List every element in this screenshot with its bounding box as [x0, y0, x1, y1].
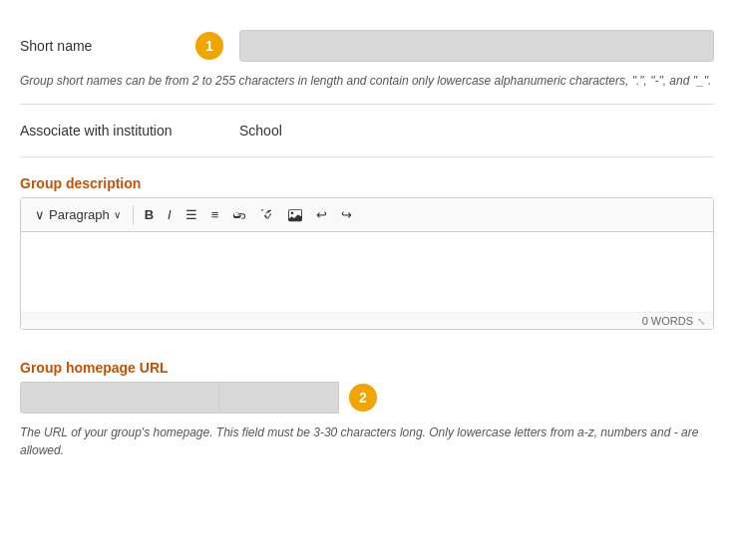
chevron-icon: ∨: [35, 207, 45, 222]
toolbar-format-select[interactable]: ∨ Paragraph ∨: [29, 205, 127, 224]
short-name-hint: Group short names can be from 2 to 255 c…: [20, 68, 714, 100]
institution-row: Associate with institution School: [20, 109, 714, 152]
paragraph-label: Paragraph: [49, 207, 110, 222]
italic-button[interactable]: I: [163, 204, 177, 225]
url-slug-input[interactable]: [219, 382, 339, 414]
divider-2: [20, 156, 714, 157]
paragraph-chevron-icon: ∨: [114, 209, 121, 220]
unordered-list-button[interactable]: ☰: [181, 204, 202, 225]
ordered-list-button[interactable]: ≡: [206, 204, 224, 225]
link-button[interactable]: [227, 205, 251, 225]
group-description-editor: ∨ Paragraph ∨ B I ☰ ≡ ↩: [20, 197, 714, 330]
short-name-input[interactable]: [239, 30, 714, 62]
institution-value: School: [239, 123, 282, 139]
divider-1: [20, 104, 714, 105]
resize-handle-icon[interactable]: ⤡: [697, 316, 705, 327]
url-prefix-input[interactable]: [20, 382, 219, 414]
group-homepage-section: Group homepage URL 2 The URL of your gro…: [20, 336, 714, 459]
institution-label: Associate with institution: [20, 123, 239, 139]
image-button[interactable]: [283, 205, 307, 225]
editor-toolbar: ∨ Paragraph ∨ B I ☰ ≡ ↩: [21, 198, 713, 232]
toolbar-divider-1: [133, 206, 134, 224]
redo-button[interactable]: ↪: [336, 204, 357, 225]
word-count: 0 WORDS: [642, 315, 693, 327]
group-homepage-hint: The URL of your group's homepage. This f…: [20, 420, 714, 459]
url-badge: 2: [349, 384, 377, 412]
group-homepage-title: Group homepage URL: [20, 346, 714, 382]
group-description-title: Group description: [20, 161, 714, 197]
short-name-badge: 1: [195, 32, 223, 60]
short-name-row: Short name 1: [20, 16, 714, 68]
unlink-button[interactable]: [255, 205, 279, 225]
bold-button[interactable]: B: [140, 204, 159, 225]
undo-button[interactable]: ↩: [311, 204, 332, 225]
url-fields-row: 2: [20, 382, 714, 414]
editor-footer: 0 WORDS ⤡: [21, 312, 713, 329]
short-name-label: Short name: [20, 38, 180, 54]
editor-body[interactable]: [21, 232, 713, 312]
